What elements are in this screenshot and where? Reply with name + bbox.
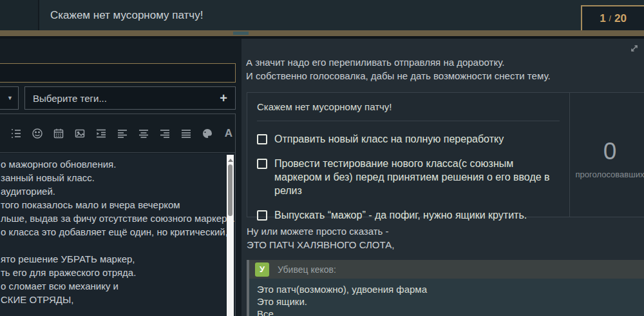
scrollbar-up-arrow-icon[interactable] <box>228 159 233 162</box>
post-text-line: И собственно голосовалка, дабы не дать в… <box>246 69 639 83</box>
poll-options-section: Скажем нет мусорному патчу! Отправить но… <box>247 93 569 217</box>
thread-title: Скажем нет мусорному патчу! <box>50 0 203 30</box>
post-footer-text: Ну или можете просто сказать - ЭТО ПАТЧ … <box>247 224 394 252</box>
page-counter: 1 / 20 <box>581 5 644 30</box>
poll-option-3[interactable]: Выпускать “мажор” - да пофиг, нужно ящик… <box>257 208 560 222</box>
poll-title: Скажем нет мусорному патчу! <box>257 101 560 112</box>
editor-line <box>1 239 213 252</box>
progress-bar-marker <box>233 32 249 35</box>
quote-author: Убивец кеков: <box>278 264 336 275</box>
poll-option-1[interactable]: Отправить новый класс на полную перерабо… <box>257 132 560 146</box>
progress-bar <box>0 30 644 36</box>
chevron-down-icon: ▼ <box>7 95 13 101</box>
post-text: А значит надо его перепиливать отправляя… <box>246 60 639 88</box>
top-bar-left-segment <box>0 0 39 30</box>
justify-icon[interactable] <box>180 127 193 140</box>
poll-results: 0 проголосовавших <box>570 93 644 217</box>
poll-widget: Скажем нет мусорному патчу! Отправить но… <box>247 92 644 217</box>
preview-panel: А значит надо его перепиливать отправляя… <box>242 39 644 316</box>
quote-line: Все <box>257 308 644 316</box>
quote-line: Это ящики. <box>257 295 644 308</box>
expand-icon[interactable] <box>629 43 640 54</box>
quote-header: У Убивец кеков: <box>249 260 644 279</box>
font-color-icon[interactable]: A <box>222 127 235 140</box>
indent-icon[interactable] <box>95 127 108 140</box>
post-footer-line: ЭТО ПАТЧ ХАЛЯВНОГО СЛОТА, <box>247 238 394 252</box>
align-right-icon[interactable] <box>158 127 171 140</box>
post-footer-line: Ну или можете просто сказать - <box>247 224 394 238</box>
editor-line: о мажорного обновления. <box>1 157 213 171</box>
editor-line: занный новый класс. <box>1 171 213 184</box>
editor-line: СКИЕ ОТРЯДЫ, <box>1 293 213 306</box>
add-tag-button[interactable]: + <box>220 92 235 104</box>
poll-option-label: Отправить новый класс на полную перерабо… <box>274 132 504 146</box>
editor-line: того показалось мало и вчера вечерком <box>1 198 213 212</box>
vote-count-label: проголосовавших <box>576 170 644 179</box>
palette-icon[interactable] <box>201 127 214 140</box>
vote-count: 0 <box>603 139 617 163</box>
editor-line: о класса это добавляет ещё один, но крит… <box>1 225 213 239</box>
tags-input[interactable]: Выберите теги... + <box>24 86 236 110</box>
checkbox-icon[interactable] <box>257 159 267 169</box>
page-counter-total: 20 <box>614 12 627 25</box>
poll-separator <box>257 121 560 121</box>
editor-line: ято решение УБРАТЬ маркер, <box>1 252 213 266</box>
category-select[interactable]: ▼ <box>0 86 19 110</box>
app-window: Скажем нет мусорному патчу! 1 / 20 ▼ Выб… <box>0 0 644 316</box>
post-body-textarea[interactable]: о мажорного обновления. занный новый кла… <box>0 153 235 316</box>
editor-line: льше, выдав за фичу отсутствие союзного … <box>1 212 213 225</box>
poll-option-label: Провести тестирование нового класса(с со… <box>274 157 560 197</box>
editor-toolbar: A <box>0 114 235 153</box>
quote-block: У Убивец кеков: Это патч(возможно), удво… <box>247 260 644 316</box>
scrollbar-thumb[interactable] <box>228 164 232 216</box>
page-counter-separator: / <box>609 14 611 23</box>
post-text-line: А значит надо его перепиливать отправляя… <box>246 60 639 69</box>
image-icon[interactable] <box>73 127 86 140</box>
calendar-icon[interactable] <box>52 127 65 140</box>
page-counter-current: 1 <box>600 12 605 25</box>
poll-option-label: Выпускать “мажор” - да пофиг, нужно ящик… <box>274 208 527 222</box>
post-editor: A о мажорного обновления. занный новый к… <box>0 114 236 316</box>
quote-body: Это патч(возможно), удвоения фарма Это я… <box>249 279 644 316</box>
align-center-icon[interactable] <box>137 127 150 140</box>
editor-line: о сломает всю механику и <box>1 279 213 293</box>
editor-scrollbar[interactable] <box>227 155 234 316</box>
top-bar: Скажем нет мусорному патчу! 1 / 20 <box>0 0 644 30</box>
editor-line: аудиторией. <box>1 184 213 198</box>
quote-line: Это патч(возможно), удвоения фарма <box>257 283 644 295</box>
poll-option-2[interactable]: Провести тестирование нового класса(с со… <box>257 157 560 197</box>
ordered-list-icon[interactable] <box>10 127 23 140</box>
tags-placeholder: Выберите теги... <box>25 93 220 104</box>
align-left-icon[interactable] <box>116 127 129 140</box>
topic-title-input[interactable] <box>0 63 236 83</box>
checkbox-icon[interactable] <box>257 210 267 221</box>
avatar: У <box>255 262 269 277</box>
smiley-icon[interactable] <box>31 127 44 140</box>
editor-line: ть его для вражеского отряда. <box>1 266 213 279</box>
checkbox-icon[interactable] <box>257 134 267 144</box>
